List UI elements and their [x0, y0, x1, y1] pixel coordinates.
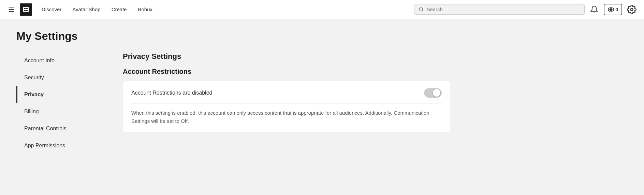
search-bar[interactable] [414, 4, 585, 15]
subsection-title: Account Restrictions [123, 68, 450, 76]
robux-count: 0 [615, 7, 618, 12]
search-icon [419, 7, 424, 12]
search-input[interactable] [426, 6, 580, 12]
setting-card: Account Restrictions are disabled When t… [123, 81, 450, 132]
setting-description: When this setting is enabled, this accou… [131, 109, 442, 125]
svg-point-9 [631, 8, 633, 11]
nav-links: Discover Avatar Shop Create Robux [36, 4, 411, 15]
setting-row: Account Restrictions are disabled [131, 88, 442, 103]
svg-line-6 [422, 10, 423, 11]
sidebar: Account Info Security Privacy Billing Pa… [16, 52, 112, 154]
svg-rect-3 [24, 10, 26, 11]
sidebar-item-security[interactable]: Security [16, 69, 112, 86]
toggle-thumb [433, 89, 440, 97]
sidebar-item-app-permissions[interactable]: App Permissions [16, 137, 112, 154]
sidebar-item-account-info[interactable]: Account Info [16, 52, 112, 69]
hamburger-icon: ☰ [8, 6, 14, 13]
sidebar-item-parental-controls[interactable]: Parental Controls [16, 120, 112, 137]
main-content: Privacy Settings Account Restrictions Ac… [112, 52, 461, 154]
section-title: Privacy Settings [123, 52, 450, 61]
nav-right: 0 [587, 3, 639, 16]
svg-rect-0 [23, 7, 29, 12]
content-layout: Account Info Security Privacy Billing Pa… [16, 52, 461, 154]
bell-icon [590, 5, 598, 14]
roblox-logo[interactable] [20, 3, 32, 16]
robux-button[interactable]: 0 [604, 4, 622, 15]
notifications-button[interactable] [587, 3, 601, 16]
nav-link-robux[interactable]: Robux [132, 4, 158, 15]
nav-link-discover[interactable]: Discover [36, 4, 67, 15]
svg-rect-1 [24, 8, 26, 9]
svg-point-5 [419, 7, 423, 11]
logo-icon [22, 5, 30, 14]
svg-rect-4 [26, 10, 28, 11]
sidebar-item-billing[interactable]: Billing [16, 103, 112, 120]
setting-label: Account Restrictions are disabled [131, 90, 212, 96]
nav-link-create[interactable]: Create [106, 4, 132, 15]
svg-rect-2 [26, 8, 28, 9]
toggle-track [424, 88, 442, 98]
hamburger-button[interactable]: ☰ [5, 3, 17, 16]
page-title: My Settings [16, 30, 461, 43]
nav-link-avatar-shop[interactable]: Avatar Shop [67, 4, 106, 15]
svg-marker-8 [610, 8, 613, 11]
restrictions-toggle[interactable] [424, 88, 442, 98]
settings-button[interactable] [625, 3, 639, 16]
page-container: My Settings Account Info Security Privac… [0, 19, 478, 165]
sidebar-item-privacy[interactable]: Privacy [16, 86, 112, 103]
robux-icon [608, 6, 614, 13]
navbar: ☰ Discover Avatar Shop Create Robux [0, 0, 644, 19]
gear-icon [627, 5, 636, 14]
